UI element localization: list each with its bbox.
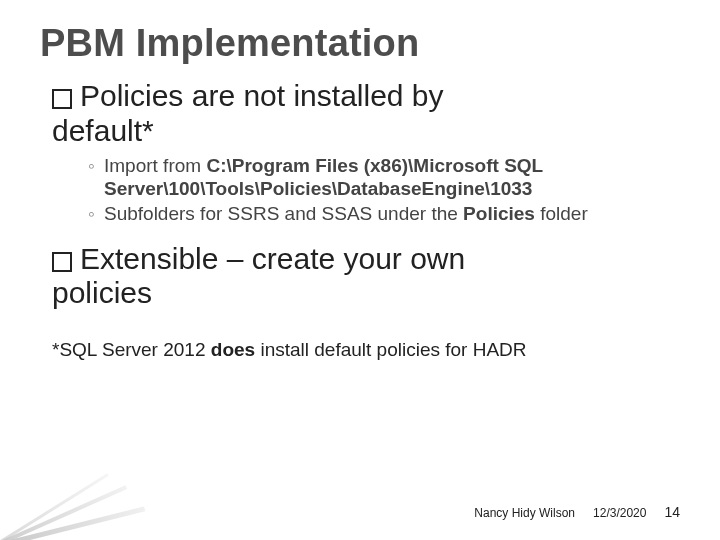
footer-page-number: 14 <box>664 504 680 520</box>
bullet-policies-line1: Policies are not installed by <box>80 79 444 114</box>
sub-item-subfolders-b: folder <box>535 203 588 224</box>
sub-item-import-path: Import from C:\Program Files (x86)\Micro… <box>88 154 680 200</box>
footer: Nancy Hidy Wilson 12/3/2020 14 <box>474 504 680 520</box>
slide: PBM Implementation Policies are not inst… <box>0 0 720 540</box>
footnote-b: install default policies for HADR <box>255 339 526 360</box>
sub-list-1: Import from C:\Program Files (x86)\Micro… <box>52 154 680 226</box>
body-content: Policies are not installed by default* I… <box>40 79 680 361</box>
bullet-extensible-line2: policies <box>52 276 680 311</box>
footer-date: 12/3/2020 <box>593 506 646 520</box>
bullet-extensible-line1: Extensible – create your own <box>80 242 465 277</box>
sub-item-subfolders: Subfolders for SSRS and SSAS under the P… <box>88 202 680 225</box>
bullet-policies-line2: default* <box>52 114 680 149</box>
bullet-extensible: Extensible – create your own <box>52 242 680 277</box>
footer-author: Nancy Hidy Wilson <box>474 506 575 520</box>
bullet-policies: Policies are not installed by <box>52 79 680 114</box>
checkbox-icon <box>52 89 72 109</box>
sub-item-import-path-line1: C:\Program Files (x86)\Microsoft SQL <box>206 155 543 176</box>
corner-accent-lines <box>0 450 110 540</box>
sub-item-subfolders-a: Subfolders for SSRS and SSAS under the <box>104 203 463 224</box>
footnote-a: *SQL Server 2012 <box>52 339 211 360</box>
footnote: *SQL Server 2012 does install default po… <box>52 339 680 361</box>
slide-title: PBM Implementation <box>40 22 680 65</box>
sub-item-import-prefix: Import from <box>104 155 206 176</box>
sub-item-subfolders-bold: Policies <box>463 203 535 224</box>
checkbox-icon <box>52 252 72 272</box>
footnote-bold: does <box>211 339 255 360</box>
sub-item-import-path-line2: Server\100\Tools\Policies\DatabaseEngine… <box>104 178 532 199</box>
